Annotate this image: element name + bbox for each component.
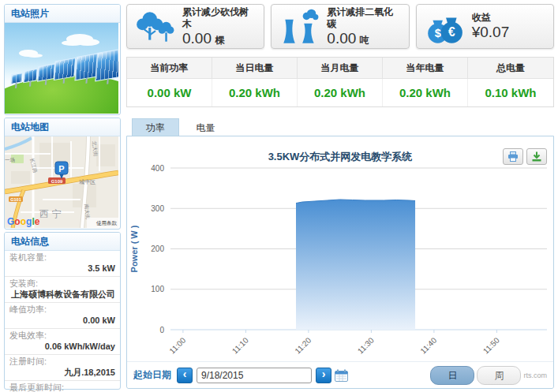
station-photo-panel: 电站照片 (4, 4, 121, 115)
download-icon (531, 151, 542, 162)
stats-header: 当月电量 (298, 58, 383, 79)
energy-stats-table: 当前功率 当日电量 当月电量 当年电量 总电量 0.00 kW 0.20 kWh… (126, 57, 554, 107)
card-unit: 棵 (215, 35, 224, 46)
solar-panel-art (23, 69, 38, 84)
info-row: 装机容量: 3.5 kW (5, 251, 120, 277)
station-photo (5, 23, 118, 114)
station-info-panel: 电站信息 装机容量: 3.5 kW 安装商: 上海硕博科教设备有限公司 峰值功率… (4, 232, 121, 390)
stats-value: 0.20 kWh (212, 79, 298, 106)
stats-value: 0.20 kWh (298, 79, 383, 106)
chart-watermark: rts.com (523, 371, 547, 379)
chart-tabs: 功率 电量 (126, 118, 554, 136)
info-label: 安装商: (9, 278, 115, 289)
card-trees-saved: 累计减少砍伐树木 0.00 棵 (126, 4, 264, 49)
solar-panel-art (10, 73, 22, 84)
next-date-button[interactable]: › (316, 368, 331, 383)
info-value: 0.00 kW (9, 315, 115, 326)
power-area-chart: 010020030040011:0011:1011:2011:3011:4011… (127, 136, 553, 361)
print-chart-button[interactable] (503, 148, 523, 165)
info-row: 安装商: 上海硕博科教设备有限公司 (5, 277, 120, 303)
view-day-button[interactable]: 日 (430, 366, 474, 385)
svg-text:0: 0 (159, 326, 164, 334)
cloud-art (19, 50, 38, 57)
map-terms-link[interactable]: 使用条款 (96, 220, 118, 226)
svg-text:11:40: 11:40 (418, 335, 438, 355)
info-value: 0.06 kWh/kW/day (9, 341, 115, 352)
card-label: 累计减排二氧化碳 (327, 6, 402, 30)
google-logo[interactable]: Google (7, 216, 40, 227)
card-value: 0.00 (182, 30, 212, 47)
station-photo-title: 电站照片 (5, 5, 120, 23)
svg-text:11:00: 11:00 (167, 335, 187, 355)
stats-header-row: 当前功率 当日电量 当月电量 当年电量 总电量 (127, 58, 553, 79)
card-label: 累计减少砍伐树木 (182, 6, 257, 30)
stats-value: 0.10 kWh (468, 79, 553, 106)
svg-text:300: 300 (151, 204, 164, 213)
svg-text:100: 100 (151, 285, 164, 293)
money-bags-icon: $ € (423, 9, 466, 45)
map-label-plaza: 一场 (5, 157, 15, 163)
info-value: 上海硕博科教设备有限公司 (9, 289, 115, 300)
info-label: 装机容量: (9, 252, 115, 263)
stats-header: 当年电量 (383, 58, 468, 79)
co2-towers-icon (278, 9, 320, 45)
map-label-city: 西宁 (39, 208, 65, 219)
svg-text:200: 200 (151, 245, 164, 253)
stats-value-row: 0.00 kW 0.20 kWh 0.20 kWh 0.20 kWh 0.10 … (127, 79, 553, 106)
station-map-title: 电站地图 (5, 118, 120, 136)
svg-text:11:30: 11:30 (356, 335, 376, 355)
svg-text:Power ( W ): Power ( W ) (129, 225, 139, 272)
stats-header: 总电量 (468, 58, 553, 79)
card-label: 收益 (472, 12, 510, 24)
info-label: 最后更新时间: (9, 383, 115, 392)
road-badge-g109-label: G109 (51, 179, 63, 184)
solar-panel-art (54, 58, 77, 80)
cloud-art (66, 34, 93, 44)
chart-area: 010020030040011:0011:1011:2011:3011:4011… (126, 136, 554, 389)
trees-icon (133, 9, 176, 45)
svg-text:11:10: 11:10 (230, 335, 250, 355)
info-row: 注册时间: 九月.18,2015 (5, 355, 120, 381)
pv-dashboard: 电站照片 电站地图 (0, 0, 558, 392)
calendar-icon (335, 369, 348, 382)
print-icon (507, 151, 519, 162)
prev-date-button[interactable]: ‹ (177, 368, 193, 383)
card-unit: 吨 (360, 35, 369, 46)
info-label: 峰值功率: (9, 304, 115, 315)
stats-header: 当前功率 (127, 58, 212, 79)
card-value: ¥0.07 (472, 24, 510, 40)
card-revenue: $ € 收益 ¥0.07 (416, 4, 554, 49)
info-row: 发电效率: 0.06 kWh/kW/day (5, 329, 120, 355)
info-label: 发电效率: (9, 330, 115, 341)
summary-cards: 累计减少砍伐树木 0.00 棵 累计减排二氧化碳 0.00 吨 (126, 4, 554, 49)
station-map-panel: 电站地图 一场 长江路 北大街 南大街 城中区 西宁 (4, 118, 121, 230)
stats-value: 0.20 kWh (383, 79, 468, 106)
chart-title: 3.5KW分布式并网发电教学系统 (127, 150, 553, 164)
tab-power[interactable]: 功率 (132, 118, 179, 136)
view-week-button[interactable]: 周 (477, 366, 521, 385)
svg-text:€: € (448, 25, 455, 39)
info-label: 注册时间: (9, 357, 115, 367)
info-row: 最后更新时间: 九月.18 11:27,GMT +8,2015 (5, 381, 120, 392)
svg-text:$: $ (434, 27, 440, 39)
stats-header: 当日电量 (212, 58, 298, 79)
station-info-title: 电站信息 (5, 233, 120, 251)
solar-panel-art (37, 63, 55, 81)
card-value: 0.00 (327, 30, 356, 47)
chart-toolbar (503, 148, 547, 165)
map-marker-letter: P (58, 164, 64, 174)
tab-energy[interactable]: 电量 (182, 119, 228, 136)
svg-text:11:20: 11:20 (293, 335, 313, 355)
download-chart-button[interactable] (526, 148, 547, 165)
road-badge-g101-label: G101 (10, 197, 21, 202)
map-canvas[interactable]: 一场 长江路 北大街 南大街 城中区 西宁 G109 G101 P Google… (5, 136, 118, 228)
start-date-input[interactable] (197, 368, 312, 383)
solar-panel-art (95, 49, 118, 82)
svg-text:11:50: 11:50 (481, 335, 501, 355)
info-value: 3.5 kW (9, 263, 115, 274)
date-bar: 起始日期 ‹ › 日 周 rts.com (127, 361, 553, 388)
info-value: 九月.18,2015 (9, 367, 115, 378)
svg-text:400: 400 (151, 164, 164, 173)
card-co2-reduced: 累计减排二氧化碳 0.00 吨 (271, 4, 409, 49)
calendar-picker-button[interactable] (335, 369, 348, 382)
